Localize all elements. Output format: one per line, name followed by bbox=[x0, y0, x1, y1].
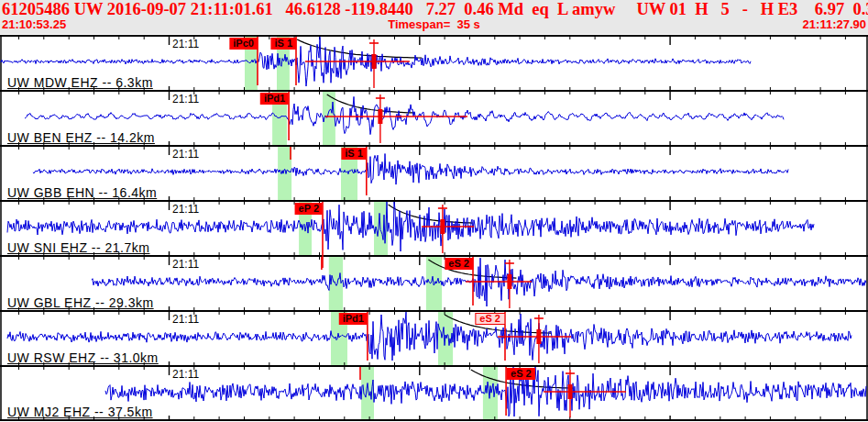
phase-pick-label[interactable]: iS 1 bbox=[270, 38, 296, 50]
phase-pick-label[interactable]: eP 2 bbox=[295, 203, 323, 215]
phase-pick-label[interactable]: eS 2 bbox=[507, 368, 535, 380]
station-label: UW MJ2 EHZ -- 37.5km bbox=[7, 405, 153, 419]
minute-label: 21:11 bbox=[172, 203, 199, 216]
phase-pick-label[interactable]: eS 2 bbox=[475, 313, 505, 325]
station-label: UW RSW EHZ -- 31.0km bbox=[7, 350, 159, 365]
minute-label: 21:11 bbox=[172, 93, 199, 106]
station-label: UW SNI EHZ -- 21.7km bbox=[7, 240, 149, 255]
seismic-review-window: 61205486 UW 2016-09-07 21:11:01.61 46.61… bbox=[0, 0, 868, 422]
station-label: UW MDW EHZ -- 6.3km bbox=[7, 75, 153, 90]
minute-label: 21:11 bbox=[172, 258, 199, 271]
phase-pick-label[interactable]: iPd1 bbox=[339, 313, 368, 325]
minute-label: 21:11 bbox=[172, 38, 199, 50]
minute-label: 21:11 bbox=[172, 313, 199, 326]
minute-label: 21:11 bbox=[172, 368, 199, 381]
phase-pick-label[interactable]: eS 2 bbox=[445, 258, 473, 270]
station-label: UW GBL EHZ -- 29.3km bbox=[7, 295, 154, 310]
station-label: UW GBB EHN -- 16.4km bbox=[7, 185, 157, 200]
minute-label: 21:11 bbox=[172, 148, 199, 161]
station-label: UW BEN EHZ -- 14.2km bbox=[7, 130, 155, 145]
phase-pick-label[interactable]: iPd1 bbox=[260, 93, 289, 105]
phase-pick-label[interactable]: iS 1 bbox=[341, 148, 367, 160]
phase-pick-label[interactable]: iPc0 bbox=[229, 38, 258, 50]
